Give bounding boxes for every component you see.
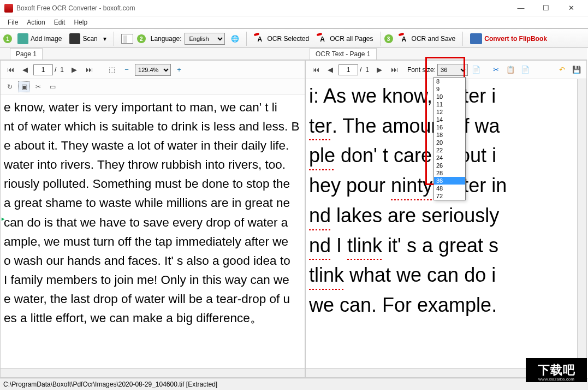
page-total: 1	[58, 66, 66, 74]
font-option-28[interactable]: 28	[434, 169, 465, 177]
layout-icon	[121, 34, 133, 44]
zoom-select[interactable]: 129.4%	[135, 64, 171, 76]
font-option-12[interactable]: 12	[434, 108, 465, 116]
insert-marker-icon: ▸	[2, 216, 4, 222]
save-text-button[interactable]: 💾	[570, 63, 583, 76]
font-option-10[interactable]: 10	[434, 93, 465, 100]
font-option-8[interactable]: 8	[434, 78, 465, 85]
next-page-button[interactable]: ▶	[68, 63, 81, 76]
language-label: Language:	[151, 35, 182, 43]
add-image-icon	[17, 33, 28, 44]
layout-toggle-button[interactable]	[118, 32, 136, 46]
scan-label: Scan	[82, 35, 97, 43]
menubar: File Action Edit Help	[0, 16, 588, 28]
zoom-out-button[interactable]: −	[120, 63, 133, 76]
statusbar: C:\ProgramData\Boxoft\PdfOcr\Images\2020…	[0, 378, 588, 390]
page-number-input[interactable]	[338, 64, 358, 75]
watermark: 下载吧 www.xiazaiba.com	[526, 358, 587, 382]
titlebar: Boxoft Free OCR Converter - boxoft.com —…	[0, 0, 588, 16]
font-option-22[interactable]: 22	[434, 146, 465, 154]
page-separator: /	[55, 66, 56, 74]
zoom-fit-button[interactable]: ⬚	[105, 63, 118, 76]
copy-button[interactable]: 📋	[504, 63, 517, 76]
font-option-24[interactable]: 24	[434, 154, 465, 162]
app-icon	[4, 4, 13, 13]
page-total: 1	[363, 66, 371, 74]
menu-file[interactable]: File	[3, 17, 22, 27]
tab-page-1[interactable]: Page 1	[10, 48, 43, 60]
scan-button[interactable]: Scan ▾	[66, 31, 109, 46]
paste-button[interactable]: 📄	[519, 63, 532, 76]
prev-page-button[interactable]: ◀	[324, 63, 337, 76]
image-text: e know, water is very important to man, …	[1, 94, 305, 331]
rotate-button[interactable]: ↻	[4, 81, 16, 92]
font-size-label: Font size:	[407, 66, 436, 74]
font-option-16[interactable]: 16	[434, 123, 465, 131]
right-tabbar: OCR Text - Page 1	[305, 48, 587, 60]
step-badge-3: 3	[384, 34, 393, 43]
font-option-26[interactable]: 26	[434, 162, 465, 169]
page-number-input[interactable]	[33, 64, 53, 75]
ocr-save-button[interactable]: OCR and Save	[395, 31, 459, 46]
select-region-button[interactable]: ▣	[18, 81, 30, 92]
step-badge-1: 1	[3, 34, 12, 43]
font-option-72[interactable]: 72	[434, 192, 465, 200]
crop-button[interactable]: ✂	[32, 81, 44, 92]
menu-edit[interactable]: Edit	[50, 17, 70, 27]
font-option-36[interactable]: 36	[434, 177, 465, 185]
chevron-down-icon: ▾	[103, 35, 106, 43]
ocr-selected-icon	[254, 33, 265, 44]
right-nav-toolbar: ⏮ ◀ / 1 ▶ ⏭ Font size: 36 📄 ✂ 📋 📄 ↶ 💾	[306, 61, 586, 79]
cut-button[interactable]: ✂	[489, 63, 502, 76]
h-scrollbar[interactable]	[1, 368, 305, 377]
menu-help[interactable]: Help	[69, 17, 92, 27]
ocr-all-icon	[317, 33, 328, 44]
font-option-11[interactable]: 11	[434, 100, 465, 108]
language-select[interactable]: English	[185, 33, 225, 45]
copy-all-button[interactable]: 📄	[470, 63, 483, 76]
prev-page-button[interactable]: ◀	[19, 63, 32, 76]
scan-icon	[69, 33, 80, 44]
ocr-save-label: OCR and Save	[412, 35, 456, 43]
globe-icon: 🌐	[231, 35, 239, 43]
next-page-button[interactable]: ▶	[373, 63, 386, 76]
left-tabbar: Page 1	[0, 48, 305, 60]
font-option-9[interactable]: 9	[434, 85, 465, 93]
step-badge-2: 2	[137, 34, 146, 43]
convert-flipbook-label: Convert to FlipBook	[484, 35, 547, 43]
last-page-button[interactable]: ⏭	[388, 63, 401, 76]
statusbar-path: C:\ProgramData\Boxoft\PdfOcr\Images\2020…	[3, 381, 217, 388]
minimize-button[interactable]: —	[508, 0, 533, 16]
tab-ocr-text[interactable]: OCR Text - Page 1	[310, 48, 377, 60]
page-separator: /	[360, 66, 361, 74]
font-size-dropdown[interactable]: 891011121416182022242628364872	[433, 77, 466, 200]
first-page-button[interactable]: ⏮	[309, 63, 322, 76]
ocr-all-button[interactable]: OCR all Pages	[313, 31, 376, 46]
last-page-button[interactable]: ⏭	[82, 63, 96, 76]
menu-action[interactable]: Action	[22, 17, 49, 27]
ocr-selected-button[interactable]: OCR Selected	[251, 31, 312, 46]
font-size-select[interactable]: 36	[437, 64, 468, 76]
image-preview[interactable]: ▸ e know, water is very important to man…	[1, 94, 305, 368]
watermark-text: 下载吧	[538, 362, 575, 378]
watermark-sub: www.xiazaiba.com	[538, 377, 574, 382]
add-image-button[interactable]: Add image	[14, 31, 65, 46]
font-option-20[interactable]: 20	[434, 139, 465, 146]
ocr-selected-label: OCR Selected	[267, 35, 309, 43]
zoom-in-button[interactable]: +	[173, 63, 186, 76]
font-option-18[interactable]: 18	[434, 131, 465, 139]
close-button[interactable]: ✕	[559, 0, 584, 16]
font-option-48[interactable]: 48	[434, 185, 465, 192]
book-icon	[470, 33, 482, 44]
convert-flipbook-button[interactable]: Convert to FlipBook	[467, 31, 550, 46]
undo-button[interactable]: ↶	[555, 63, 568, 76]
font-option-14[interactable]: 14	[434, 116, 465, 123]
language-config-button[interactable]: 🌐	[228, 33, 242, 45]
first-page-button[interactable]: ⏮	[4, 63, 17, 76]
maximize-button[interactable]: ☐	[533, 0, 559, 16]
page-view-button[interactable]: ▭	[46, 81, 58, 92]
main-toolbar: 1 Add image Scan ▾ 2 Language: English 🌐…	[0, 28, 588, 48]
window-title: Boxoft Free OCR Converter - boxoft.com	[16, 4, 508, 12]
selection-toolbar: ↻ ▣ ✂ ▭	[1, 79, 305, 94]
ocr-all-label: OCR all Pages	[330, 35, 373, 43]
